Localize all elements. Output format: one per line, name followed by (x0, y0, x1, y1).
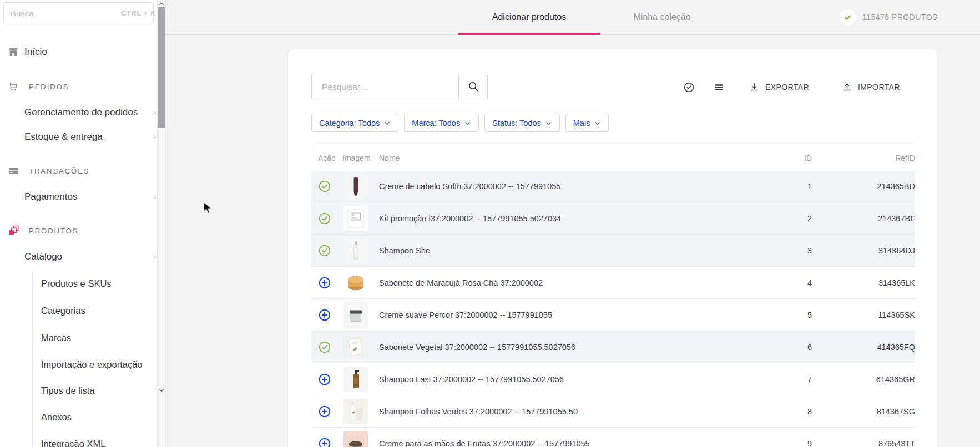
products-count-label: 115476 PRODUTOS (862, 13, 938, 22)
table-row: Creme para as mãos de Frutas 37:2000002 … (311, 428, 915, 447)
select-added-button[interactable] (683, 79, 695, 95)
sidebar-item-label: Catálogo (24, 251, 62, 262)
added-check-button[interactable] (318, 179, 332, 194)
product-name: Creme de cabelo Softh 37:2000002 -- 1577… (379, 182, 718, 191)
sidebar-item-catalogo[interactable]: Catálogo› (0, 249, 157, 265)
product-image (343, 174, 368, 199)
export-button[interactable]: EXPORTAR (749, 79, 809, 95)
image-cell (342, 334, 379, 360)
product-image (343, 367, 368, 392)
table-row: Sabonete Vegetal 37:2000002 -- 157799105… (311, 331, 915, 363)
filter-chip-label: Marca: Todos (412, 119, 460, 128)
sidebar-item-produtos-e-skus[interactable]: Produtos e SKUs (0, 276, 157, 291)
store-icon (7, 46, 19, 58)
filter-chip-status-todos[interactable]: Status: Todos (484, 114, 560, 132)
chevron-right-icon: › (154, 192, 156, 201)
tab-adicionar-produtos[interactable]: Adicionar produtos (458, 0, 600, 34)
sidebar-item-categorias[interactable]: Categorias (0, 303, 157, 318)
card-icon (7, 165, 19, 177)
added-check-button[interactable] (318, 211, 332, 226)
product-id: 1 (718, 182, 812, 191)
image-cell (342, 367, 379, 392)
chevron-right-icon: › (154, 133, 156, 141)
chevron-right-icon: › (154, 252, 156, 261)
sidebar-item-inicio[interactable]: Início (0, 44, 157, 60)
sidebar-item-pedidos[interactable]: PEDIDOS (0, 79, 157, 94)
download-icon (749, 82, 760, 93)
submenu-rule (32, 271, 33, 447)
sidebar-item-transacoes[interactable]: TRANSAÇÕES (0, 163, 157, 179)
product-id: 5 (718, 311, 812, 319)
sidebar-item-tipos-de-lista[interactable]: Tipos de lista (0, 383, 157, 398)
product-id: 7 (718, 375, 812, 384)
filter-chip-mais[interactable]: Mais (565, 114, 609, 132)
product-name: Shampoo Last 37:2000002 -- 1577991055.50… (379, 375, 718, 384)
sidebar-scrollbar[interactable] (157, 0, 166, 447)
products-card: EXPORTAR IMPORTAR Categoria: TodosMarca:… (287, 49, 938, 447)
sidebar-item-anexos[interactable]: Anexos (0, 409, 157, 425)
add-product-button[interactable] (318, 276, 332, 290)
table-row: Shampoo She3314364DJ (311, 235, 915, 267)
scroll-down-icon[interactable] (158, 387, 165, 394)
tab-bar: Adicionar produtos Minha coleção 115476 … (166, 0, 980, 35)
product-image (343, 334, 368, 360)
check-icon (840, 9, 856, 26)
chevron-down-icon (383, 119, 391, 127)
product-refid: 614365GR (812, 375, 915, 384)
action-cell (311, 211, 342, 226)
rows-icon (713, 82, 725, 93)
product-id: 3 (718, 246, 812, 255)
add-product-button[interactable] (318, 436, 332, 447)
product-image (343, 399, 368, 424)
image-cell (342, 302, 379, 328)
sidebar-item-estoque-entrega[interactable]: Estoque & entrega› (0, 129, 157, 145)
sidebar-item-label: Integração XML (41, 439, 105, 447)
action-cell (311, 436, 342, 447)
product-name: Shampoo She (379, 246, 718, 255)
mouse-cursor (203, 201, 213, 217)
added-check-button[interactable] (318, 340, 332, 354)
product-search-input[interactable] (311, 74, 459, 100)
add-product-button[interactable] (318, 372, 332, 387)
add-product-button[interactable] (318, 404, 332, 419)
action-cell (311, 372, 342, 387)
column-header-imagem: Imagem (342, 154, 379, 162)
table-row: Shampoo Last 37:2000002 -- 1577991055.50… (311, 363, 915, 395)
product-image (343, 238, 368, 263)
import-button[interactable]: IMPORTAR (841, 79, 900, 95)
sidebar-item-marcas[interactable]: Marcas (0, 330, 157, 346)
search-button[interactable] (458, 74, 488, 100)
image-cell (342, 431, 379, 447)
column-header-refid: RefID (812, 154, 915, 162)
added-check-button[interactable] (318, 243, 332, 258)
scrollbar-thumb[interactable] (158, 7, 165, 128)
sidebar-item-produtos[interactable]: PRODUTOS (0, 223, 157, 238)
upload-icon (841, 82, 853, 93)
tab-minha-colecao[interactable]: Minha coleção (600, 0, 724, 34)
sidebar-item-label: Importação e exportação (41, 359, 143, 370)
image-cell (342, 238, 379, 263)
image-cell (342, 399, 379, 424)
product-image (343, 206, 368, 231)
sidebar-item-gerenciamento-de-pedidos[interactable]: Gerenciamento de pedidos› (0, 105, 157, 120)
filter-chip-categoria-todos[interactable]: Categoria: Todos (311, 114, 398, 132)
filter-bar: Categoria: TodosMarca: TodosStatus: Todo… (311, 114, 609, 132)
filter-chip-marca-todos[interactable]: Marca: Todos (404, 114, 479, 132)
scroll-up-icon[interactable] (158, 1, 165, 7)
cart-icon (7, 80, 19, 93)
table-header: Ação Imagem Nome ID RefID (311, 146, 915, 170)
product-refid: 314365LK (812, 278, 915, 287)
sidebar-item-importacao-e-exportacao[interactable]: Importação e exportação (0, 357, 157, 372)
add-product-button[interactable] (318, 308, 332, 322)
tab-label: Adicionar produtos (492, 12, 566, 22)
list-view-button[interactable] (713, 79, 725, 95)
export-label: EXPORTAR (765, 83, 809, 92)
product-name: Sabonete de Maracujá Rosa Chá 37:2000002 (379, 278, 718, 287)
product-name: Kit promoção l37:2000002 -- 1577991055.5… (379, 214, 718, 223)
sidebar-item-integracao-xml[interactable]: Integração XML (0, 436, 157, 447)
sidebar-item-label: Produtos e SKUs (41, 278, 112, 289)
action-cell (311, 308, 342, 322)
sidebar: CTRL + K InícioPEDIDOSGerenciamento de p… (0, 0, 157, 447)
column-header-nome: Nome (379, 154, 718, 162)
sidebar-item-pagamentos[interactable]: Pagamentos› (0, 189, 157, 205)
